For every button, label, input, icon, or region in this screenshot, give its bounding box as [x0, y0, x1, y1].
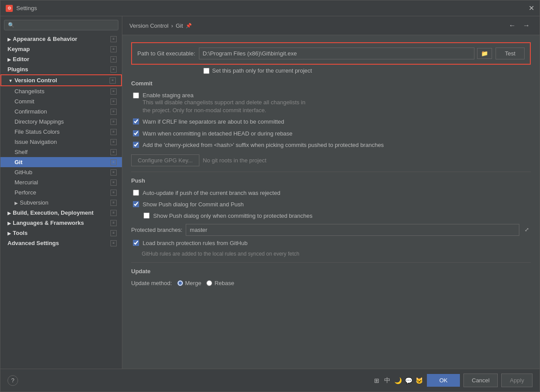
extra-icon1[interactable]: 💬 — [404, 376, 413, 385]
moon-icon[interactable]: 🌙 — [393, 376, 402, 385]
option-showpush-protected: Show Push dialog only when committing to… — [142, 212, 531, 220]
sidebar-item-tools[interactable]: ▶Tools ≡ — [0, 228, 122, 238]
showpush-label: Show Push dialog for Commit and Push — [143, 201, 244, 209]
sidebar-expand-icon: ≡ — [110, 66, 117, 73]
cancel-button[interactable]: Cancel — [463, 374, 498, 387]
sidebar-expand-icon: ≡ — [110, 149, 117, 155]
sidebar-expand-icon: ≡ — [110, 159, 117, 165]
title-bar-left: ⚙ Settings — [6, 5, 37, 12]
sidebar-expand-icon: ≡ — [110, 139, 117, 145]
sidebar-item-mercurial[interactable]: Mercurial ≡ — [0, 177, 122, 187]
sidebar-item-commit[interactable]: Commit ≡ — [0, 96, 122, 106]
cherry-label: Add the 'cherry-picked from <hash>' suff… — [143, 141, 384, 149]
cherry-checkbox[interactable] — [133, 142, 139, 148]
apply-button[interactable]: Apply — [501, 374, 533, 387]
rebase-label: Rebase — [214, 280, 234, 286]
windows-icon[interactable]: ⊞ — [372, 376, 381, 385]
option-crlf: Warn if CRLF line separators are about t… — [131, 118, 531, 126]
sidebar-item-git[interactable]: Git ≡ — [0, 157, 122, 167]
browse-button[interactable]: 📁 — [477, 48, 492, 59]
protected-branches-label: Protected branches: — [131, 227, 182, 233]
sidebar-item-appearance[interactable]: ▶Appearance & Behavior ≡ — [0, 34, 122, 44]
search-input[interactable] — [4, 20, 118, 30]
bottom-bar: ? ⊞ 中 🌙 💬 🐱 OK Cancel Apply — [0, 369, 540, 392]
breadcrumb-separator: › — [171, 22, 173, 29]
sidebar-item-editor[interactable]: ▶Editor ≡ — [0, 54, 122, 64]
configure-status: No git roots in the project — [203, 157, 267, 164]
sidebar-item-keymap[interactable]: Keymap ≡ — [0, 44, 122, 54]
github-rules-label: Load branch protection rules from GitHub — [143, 239, 247, 247]
detached-checkbox[interactable] — [133, 130, 139, 136]
nav-forward-button[interactable]: → — [520, 21, 533, 30]
crlf-checkbox[interactable] — [133, 118, 139, 125]
sidebar-item-advanced[interactable]: Advanced Settings ≡ — [0, 238, 122, 248]
detached-label: Warn when committing in detached HEAD or… — [143, 130, 293, 138]
expand-protected-button[interactable]: ⤢ — [523, 225, 531, 234]
github-rules-hint: GitHub rules are added to the local rule… — [142, 251, 531, 257]
arrow-icon: ▶ — [7, 221, 11, 226]
help-button[interactable]: ? — [7, 375, 18, 386]
protected-branches-row: Protected branches: ⤢ — [131, 224, 531, 236]
settings-window: ⚙ Settings ✕ ▶Appearance & Behavior ≡ Ke… — [0, 0, 540, 392]
separator-1 — [131, 172, 531, 172]
sidebar-expand-icon: ≡ — [110, 220, 117, 226]
search-box — [4, 20, 118, 30]
sidebar-expand-icon: ≡ — [110, 46, 117, 52]
rebase-radio-label: Rebase — [206, 280, 234, 286]
nav-back-button[interactable]: ← — [506, 21, 518, 30]
breadcrumb: Version Control › Git 📌 — [129, 22, 192, 29]
merge-radio-label: Merge — [177, 280, 202, 286]
showpush-protected-label: Show Push dialog only when committing to… — [153, 212, 312, 220]
sidebar-item-file-status-colors[interactable]: File Status Colors ≡ — [0, 127, 122, 137]
sidebar-item-subversion[interactable]: ▶Subversion ≡ — [0, 198, 122, 208]
github-rules-checkbox[interactable] — [133, 240, 139, 246]
update-section-header: Update — [131, 268, 531, 276]
sidebar-expand-icon: ≡ — [110, 77, 116, 84]
option-staging: Enable staging area This will disable ch… — [131, 92, 531, 114]
breadcrumb-pin[interactable]: 📌 — [186, 23, 192, 29]
sidebar-expand-icon: ≡ — [110, 190, 117, 196]
rebase-radio[interactable] — [206, 280, 212, 286]
option-showpush: Show Push dialog for Commit and Push — [131, 201, 531, 209]
breadcrumb-nav: ← → — [506, 21, 533, 30]
staging-label: Enable staging area — [143, 92, 305, 99]
sidebar-item-shelf[interactable]: Shelf ≡ — [0, 147, 122, 157]
autoupdate-label: Auto-update if push of the current branc… — [143, 189, 280, 197]
app-icon: ⚙ — [6, 5, 13, 12]
arrow-icon: ▶ — [7, 37, 11, 42]
sidebar-item-issue-navigation[interactable]: Issue Navigation ≡ — [0, 137, 122, 147]
path-label: Path to Git executable: — [137, 50, 195, 57]
push-section-header: Push — [131, 177, 531, 186]
extra-icon2[interactable]: 🐱 — [415, 376, 423, 385]
autoupdate-checkbox[interactable] — [133, 190, 139, 196]
path-checkbox-container: Set this path only for the current proje… — [202, 67, 531, 74]
sidebar-item-github[interactable]: GitHub ≡ — [0, 167, 122, 177]
showpush-checkbox[interactable] — [133, 201, 139, 207]
sidebar-expand-icon: ≡ — [110, 99, 117, 105]
breadcrumb-parent[interactable]: Version Control — [129, 22, 169, 29]
sidebar-item-directory-mappings[interactable]: Directory Mappings ≡ — [0, 117, 122, 127]
sidebar-item-plugins[interactable]: Plugins ≡ — [0, 64, 122, 74]
sidebar-item-perforce[interactable]: Perforce ≡ — [0, 187, 122, 198]
staging-checkbox[interactable] — [133, 92, 139, 99]
close-button[interactable]: ✕ — [529, 4, 534, 12]
merge-radio[interactable] — [177, 280, 183, 286]
chinese-icon[interactable]: 中 — [383, 376, 392, 385]
set-path-checkbox[interactable] — [203, 68, 209, 74]
sidebar-item-build[interactable]: ▶Build, Execution, Deployment ≡ — [0, 208, 122, 218]
sidebar-item-confirmation[interactable]: Confirmation ≡ — [0, 106, 122, 117]
separator-2 — [131, 262, 531, 263]
sidebar-item-vcs[interactable]: ▼Version Control ≡ — [0, 74, 122, 86]
breadcrumb-bar: Version Control › Git 📌 ← → — [122, 16, 540, 35]
ok-button[interactable]: OK — [427, 374, 460, 387]
staging-hint: This will disable changelists support an… — [143, 99, 305, 114]
sidebar-expand-icon: ≡ — [110, 119, 117, 125]
git-path-input[interactable] — [199, 48, 475, 59]
showpush-protected-checkbox[interactable] — [143, 212, 150, 219]
test-button[interactable]: Test — [496, 48, 525, 59]
protected-branches-input[interactable] — [186, 224, 519, 236]
sidebar-expand-icon: ≡ — [110, 180, 117, 186]
sidebar-item-languages[interactable]: ▶Languages & Frameworks ≡ — [0, 218, 122, 228]
sidebar-item-changelists[interactable]: Changelists ≡ — [0, 86, 122, 96]
configure-gpg-button[interactable]: Configure GPG Key... — [131, 154, 199, 166]
